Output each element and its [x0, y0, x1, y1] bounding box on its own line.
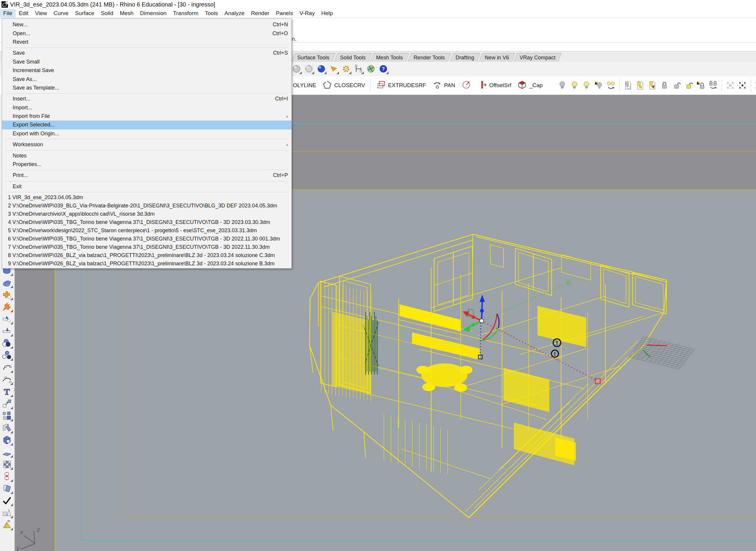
vray-globe-icon[interactable] — [366, 64, 376, 74]
show-bulb-yellow-icon[interactable] — [570, 81, 579, 90]
show-in-detail-page-icon[interactable] — [636, 81, 645, 90]
file-menu-item-open-[interactable]: Open...Ctrl+O — [2, 29, 291, 37]
vray-gear-icon[interactable] — [341, 64, 351, 74]
group-icon[interactable] — [1, 411, 12, 421]
bulb-pair-swap-icon[interactable] — [606, 81, 615, 90]
tab-new-in-v6[interactable]: New in V6 — [479, 53, 515, 62]
align-icon[interactable] — [1, 471, 12, 481]
lock-closed-icon[interactable] — [660, 81, 669, 90]
file-menu-item-import-from-file[interactable]: Import from File› — [2, 112, 291, 120]
command-button--cap[interactable]: _Cap — [515, 79, 544, 92]
file-menu-item-9-v-onedrive-wip-026-blz-via-balzac-1-pr[interactable]: 9 V:\OneDrive\WIP\026_BLZ_via balzac\1_P… — [2, 259, 291, 268]
file-menu-item-export-with-origin-[interactable]: Export with Origin... — [2, 129, 291, 138]
pyramid-icon[interactable] — [1, 520, 12, 530]
unlock-selected-icon[interactable] — [684, 81, 693, 90]
solid-primitives-icon[interactable] — [1, 508, 12, 518]
swap-locked-icon[interactable] — [696, 81, 706, 90]
command-button-offsetsrf[interactable]: OffsetSrf — [475, 79, 513, 92]
tab-render-tools[interactable]: Render Tools — [408, 53, 451, 62]
file-menu-item-3-v-onedrive-archivio-x-apps-blocchi-cad[interactable]: 3 V:\OneDrive\archivio\X_apps\blocchi ca… — [2, 210, 291, 218]
command-button-extrudesrf[interactable]: EXTRUDESRF — [374, 79, 428, 92]
file-menu-item-5-v-onedrive-work-design-2022-stc-staron[interactable]: 5 V:\OneDrive\work\design\2022_STC_Staro… — [2, 226, 291, 234]
tab-solid-tools[interactable]: Solid Tools — [334, 53, 372, 62]
command-button-olyline[interactable]: OLYLINE — [291, 81, 318, 90]
command-button-closecrv[interactable]: CLOSECRV — [320, 79, 367, 92]
extrude-surface-icon[interactable] — [1, 447, 12, 457]
menubar-item-dimension[interactable]: Dimension — [137, 9, 170, 17]
file-menu-item-new-[interactable]: New...Ctrl+N — [2, 20, 291, 29]
menubar-item-solid[interactable]: Solid — [97, 9, 116, 17]
scale-icon[interactable] — [1, 399, 12, 409]
adjust-curve-icon[interactable] — [1, 362, 12, 372]
file-menu-item-4-v-onedrive-wip-035-tbg-torino-bene-via[interactable]: 4 V:\OneDrive\WIP\035_TBG_Torino bene Vi… — [2, 218, 291, 226]
file-menu-item-save[interactable]: SaveCtrl+S — [2, 49, 291, 57]
file-menu-item-save-as-[interactable]: Save As... — [2, 75, 291, 83]
file-menu-item-worksession[interactable]: Worksession› — [2, 140, 291, 149]
boolean-union-icon[interactable] — [1, 338, 12, 348]
file-menu-item-revert[interactable]: Revert — [2, 38, 291, 46]
swap-hidden-bulb-icon[interactable] — [594, 81, 603, 90]
menubar-item-v-ray[interactable]: V-Ray — [296, 9, 318, 17]
menubar-item-view[interactable]: View — [32, 9, 50, 17]
boolean-difference-icon[interactable] — [1, 350, 12, 360]
file-menu-item-export-selected-[interactable]: Export Selected... — [2, 120, 291, 129]
show-selected-bulb-icon[interactable] — [582, 81, 591, 90]
menubar-item-tools[interactable]: Tools — [202, 9, 221, 17]
vray-cone-icon[interactable] — [329, 64, 338, 74]
tab-surface-tools[interactable]: Surface Tools — [291, 53, 335, 62]
tab-mesh-tools[interactable]: Mesh Tools — [370, 53, 409, 62]
menubar-item-surface[interactable]: Surface — [72, 9, 97, 17]
lock-open-icon[interactable] — [672, 81, 681, 90]
command-button-clock[interactable] — [460, 79, 473, 92]
file-menu-item-1-vir-3d-ese-2023-04-05-3dm[interactable]: 1 VIR_3d_ese_2023.04.05.3dm — [2, 193, 291, 201]
menubar-item-render[interactable]: Render — [248, 9, 273, 17]
hide-in-detail-page-icon[interactable] — [623, 81, 633, 90]
hide-bulb-gray-icon[interactable] — [558, 81, 567, 90]
help-icon[interactable]: ? — [379, 64, 388, 74]
tab-drafting[interactable]: Drafting — [449, 53, 480, 62]
file-menu-item-6-v-onedrive-wip-035-tbg-torino-bene-via[interactable]: 6 V:\OneDrive\WIP\035_TBG_Torino bene Vi… — [2, 234, 291, 243]
split-icon[interactable] — [1, 326, 12, 336]
file-menu-item-8-v-onedrive-wip-026-blz-via-balzac-1-pr[interactable]: 8 V:\OneDrive\WIP\026_BLZ_via balzac\1_P… — [2, 251, 291, 259]
menubar-item-file[interactable]: File — [0, 9, 16, 17]
menubar-item-curve[interactable]: Curve — [50, 9, 72, 17]
file-menu-item-save-as-template-[interactable]: Save as Template... — [2, 84, 291, 92]
control-points-on-icon[interactable] — [726, 81, 735, 90]
lock-pair-swap-icon[interactable] — [708, 81, 718, 90]
file-menu-item-insert-[interactable]: Insert...Ctrl+I — [2, 94, 291, 103]
menubar-item-panels[interactable]: Panels — [273, 9, 296, 17]
file-menu-item-import-[interactable]: Import... — [2, 103, 291, 112]
menubar-item-edit[interactable]: Edit — [16, 9, 32, 17]
offset-icon[interactable] — [1, 483, 12, 493]
show-selected-detail-page-icon[interactable] — [648, 81, 657, 90]
shaded-sphere-icon[interactable] — [292, 64, 301, 74]
file-menu-item-save-small[interactable]: Save Small — [2, 58, 291, 66]
file-menu-item-2-v-onedrive-wip-039-blg-via-privata-bel[interactable]: 2 V:\OneDrive\WIP\039_BLG_Via-Privata-Be… — [2, 201, 291, 210]
ghosted-sphere-icon[interactable] — [304, 64, 314, 74]
explode-burst-icon[interactable] — [1, 302, 12, 312]
menubar-item-analyze[interactable]: Analyze — [221, 9, 248, 17]
surface-patch-icon[interactable] — [1, 278, 12, 288]
array-icon[interactable] — [1, 459, 12, 469]
menubar-item-help[interactable]: Help — [318, 9, 336, 17]
rendered-sphere-icon[interactable] — [317, 64, 326, 74]
file-menu-item-properties-[interactable]: Properties... — [2, 160, 291, 169]
file-menu-item-incremental-save[interactable]: Incremental Save — [2, 66, 291, 75]
command-button-pan[interactable]: PAN — [430, 79, 457, 92]
curve-handles-icon[interactable] — [1, 374, 12, 384]
explode-puzzle-icon[interactable] — [1, 290, 12, 300]
file-menu-item-exit[interactable]: Exit — [2, 182, 291, 191]
menubar-item-transform[interactable]: Transform — [170, 9, 202, 17]
boolean-solid-icon[interactable] — [1, 435, 12, 445]
text-icon[interactable]: T — [1, 387, 12, 397]
file-menu-item-notes[interactable]: Notes — [2, 151, 291, 160]
trim-icon[interactable] — [1, 314, 12, 324]
menubar-item-mesh[interactable]: Mesh — [117, 9, 137, 17]
tab-vray-compact[interactable]: VRay Compact — [514, 53, 561, 62]
file-menu-item-print-[interactable]: Print...Ctrl+P — [2, 171, 291, 180]
history-dimension-icon[interactable] — [354, 64, 363, 74]
file-menu-item-7-v-onedrive-wip-035-tbg-torino-bene-via[interactable]: 7 V:\OneDrive\WIP\035_TBG_Torino bene Vi… — [2, 243, 291, 251]
mirror-icon[interactable] — [1, 423, 12, 433]
check-icon[interactable] — [1, 495, 12, 506]
control-points-off-icon[interactable] — [738, 81, 747, 90]
